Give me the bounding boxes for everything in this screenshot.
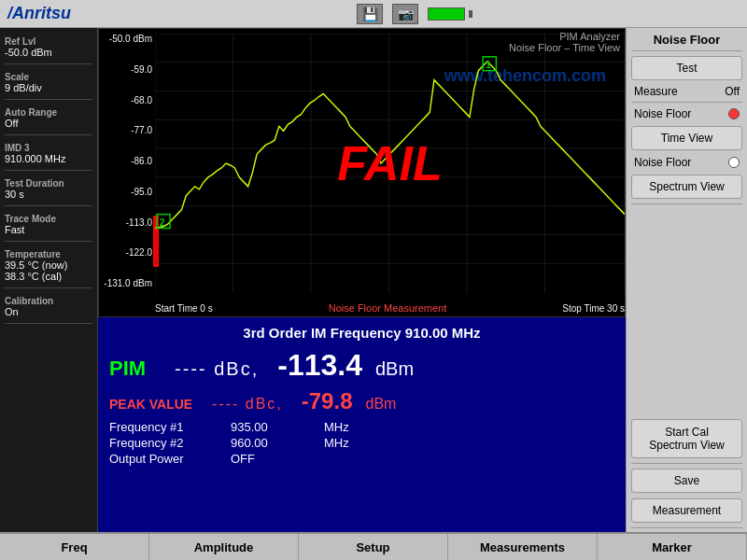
y-label-3: -77.0	[101, 125, 152, 135]
info-panel: 3rd Order IM Frequency 910.00 MHz PIM --…	[98, 317, 626, 560]
noise-floor-title: Noise Floor	[627, 28, 747, 49]
pim-dbm-value: -113.4	[277, 348, 362, 383]
power-label: Output Power	[109, 452, 212, 466]
freq2-value: 960.00	[231, 436, 305, 450]
tab-marker[interactable]: Marker	[598, 534, 747, 560]
y-label-4: -86.0	[101, 156, 152, 166]
spectrum-area: PIM Analyzer Noise Floor – Time View www…	[98, 28, 626, 317]
freq-table: Frequency #1 935.00 MHz Frequency #2 960…	[109, 420, 614, 466]
start-cal-line1: Start Cal	[638, 426, 736, 439]
y-label-0: -50.0 dBm	[101, 34, 152, 44]
camera-icon[interactable]: 📷	[392, 4, 418, 24]
main-layout: Ref Lvl -50.0 dBm Scale 9 dB/div Auto Ra…	[0, 28, 747, 560]
save-measurement-button[interactable]: Measurement	[631, 498, 742, 523]
save-button[interactable]: Save	[631, 469, 742, 493]
svg-text:2: 2	[160, 216, 165, 227]
x-labels: Start Time 0 s Noise Floor Measurement S…	[155, 302, 625, 314]
peak-label: PEAK VALUE	[109, 397, 203, 412]
pim-dbc-value: ---- dBc,	[175, 358, 259, 380]
divider-3	[631, 203, 742, 204]
peak-row: PEAK VALUE ---- dBc, -79.8 dBm	[109, 388, 614, 414]
scale-value: 9 dB/div	[5, 82, 92, 93]
measure-label: Measure	[634, 85, 678, 98]
calibration-value: On	[5, 306, 92, 317]
divider-1	[631, 50, 742, 51]
noise-floor-radio2-row[interactable]: Noise Floor	[627, 153, 747, 172]
imd3-label: IMD 3	[5, 143, 92, 153]
anritsu-logo: /Anritsu	[7, 4, 71, 23]
x-center-label: Noise Floor Measurement	[329, 302, 447, 314]
trace-mode-section: Trace Mode Fast	[5, 214, 92, 242]
divider-5	[631, 527, 742, 528]
divider-2	[631, 102, 742, 103]
freq2-row: Frequency #2 960.00 MHz	[109, 436, 614, 450]
imd3-section: IMD 3 910.000 MHz	[5, 143, 92, 171]
fail-text: FAIL	[337, 135, 443, 191]
start-cal-line2: Spectrum View	[638, 439, 736, 452]
tab-measurements[interactable]: Measurements	[448, 534, 598, 560]
test-duration-value: 30 s	[5, 189, 92, 200]
left-panel: Ref Lvl -50.0 dBm Scale 9 dB/div Auto Ra…	[0, 28, 98, 560]
bottom-tabs: Freq Amplitude Setup Measurements Marker	[0, 532, 747, 560]
time-view-button[interactable]: Time View	[631, 126, 742, 150]
freq1-row: Frequency #1 935.00 MHz	[109, 420, 614, 434]
ref-lvl-label: Ref Lvl	[5, 36, 92, 47]
power-row: Output Power OFF	[109, 452, 614, 466]
y-label-7: -122.0	[101, 247, 152, 258]
divider-4	[631, 463, 742, 464]
noise-floor-radio2-label: Noise Floor	[634, 156, 691, 169]
top-bar: /Anritsu 💾 📷	[0, 0, 747, 28]
right-panel: Noise Floor Test Measure Off Noise Floor…	[626, 28, 747, 560]
auto-range-value: Off	[5, 118, 92, 129]
pim-label: PIM	[109, 357, 165, 381]
peak-dbc-value: ---- dBc,	[212, 396, 283, 413]
tab-amplitude[interactable]: Amplitude	[149, 534, 299, 560]
chart-area: 1 2 FAIL	[155, 34, 625, 293]
tab-freq[interactable]: Freq	[0, 534, 149, 560]
scale-section: Scale 9 dB/div	[5, 72, 92, 100]
top-icons: 💾 📷	[90, 4, 740, 24]
temp-now: 39.5 °C (now)	[5, 259, 92, 271]
noise-floor-radio1-label: Noise Floor	[634, 107, 691, 120]
y-label-6: -113.0	[101, 217, 152, 228]
scale-label: Scale	[5, 72, 92, 82]
y-axis: -50.0 dBm -59.0 -68.0 -77.0 -86.0 -95.0 …	[99, 29, 155, 293]
y-label-1: -59.0	[101, 64, 152, 75]
freq1-unit: MHz	[324, 420, 349, 434]
battery-tip	[469, 10, 472, 18]
spectrum-view-button[interactable]: Spectrum View	[631, 175, 742, 199]
svg-text:1: 1	[486, 59, 491, 70]
y-label-2: -68.0	[101, 95, 152, 105]
power-value: OFF	[231, 452, 305, 466]
start-cal-spectrum-button[interactable]: Start Cal Spectrum View	[631, 419, 742, 458]
peak-dbm-value: -79.8	[302, 388, 353, 414]
center-panel: PIM Analyzer Noise Floor – Time View www…	[98, 28, 626, 560]
ref-lvl-section: Ref Lvl -50.0 dBm	[5, 36, 92, 64]
noise-floor-radio1-row[interactable]: Noise Floor	[627, 105, 747, 123]
auto-range-section: Auto Range Off	[5, 107, 92, 135]
temperature-label: Temperature	[5, 249, 92, 259]
imd3-value: 910.000 MHz	[5, 153, 92, 164]
calibration-label: Calibration	[5, 296, 92, 306]
temp-cal: 38.3 °C (cal)	[5, 271, 92, 282]
trace-mode-value: Fast	[5, 224, 92, 235]
freq2-unit: MHz	[324, 436, 349, 450]
test-duration-label: Test Duration	[5, 178, 92, 189]
test-button[interactable]: Test	[631, 56, 742, 80]
freq2-label: Frequency #2	[109, 436, 212, 450]
ref-lvl-value: -50.0 dBm	[5, 47, 92, 58]
peak-dbm-unit: dBm	[365, 396, 396, 413]
y-label-5: -95.0	[101, 187, 152, 197]
trace-mode-label: Trace Mode	[5, 214, 92, 224]
right-spacer	[627, 206, 747, 416]
tab-setup[interactable]: Setup	[299, 534, 448, 560]
x-start-label: Start Time 0 s	[155, 303, 213, 314]
pim-dbm-unit: dBm	[375, 358, 414, 380]
freq1-label: Frequency #1	[109, 420, 212, 434]
freq-title: 3rd Order IM Frequency 910.00 MHz	[109, 325, 614, 341]
calibration-section: Calibration On	[5, 296, 92, 324]
freq1-value: 935.00	[231, 420, 305, 434]
y-label-8: -131.0 dBm	[101, 278, 152, 288]
measure-value: Off	[725, 85, 740, 98]
save-icon[interactable]: 💾	[357, 4, 383, 24]
